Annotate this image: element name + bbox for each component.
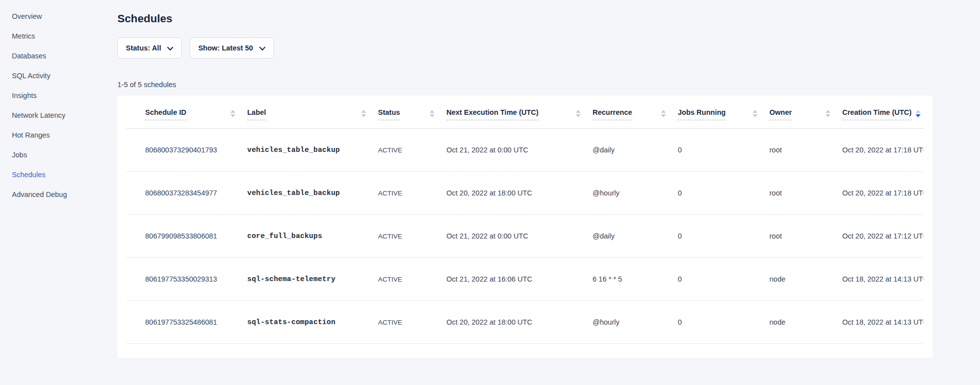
column-header-owner: Owner <box>769 96 842 129</box>
creation-time-cell: Oct 20, 2022 at 17:12 UTC <box>842 215 924 258</box>
sidebar-item-insights[interactable]: Insights <box>0 86 111 106</box>
sidebar-nav: OverviewMetricsDatabasesSQL ActivityInsi… <box>0 0 111 385</box>
results-count: 1-5 of 5 schedules <box>117 80 932 90</box>
sort-arrows-icon[interactable] <box>753 110 758 117</box>
jobs-running-cell: 0 <box>678 172 769 215</box>
schedule-id-cell: 806197753325486081 <box>126 301 247 344</box>
sidebar-item-sql-activity[interactable]: SQL Activity <box>0 66 111 86</box>
recurrence-cell: @daily <box>593 129 678 172</box>
sidebar-item-overview[interactable]: Overview <box>0 7 111 27</box>
app-root: OverviewMetricsDatabasesSQL ActivityInsi… <box>0 0 980 385</box>
label-cell: vehicles_table_backup <box>247 129 378 172</box>
show-filter-dropdown[interactable]: Show: Latest 50 <box>190 38 273 58</box>
status-cell: ACTIVE <box>378 301 446 344</box>
sidebar-item-network-latency[interactable]: Network Latency <box>0 106 111 126</box>
schedules-table: Schedule ID Label Status Next Execution … <box>126 96 924 344</box>
owner-cell: root <box>769 215 842 258</box>
recurrence-cell: @daily <box>593 215 678 258</box>
sort-arrows-icon[interactable] <box>576 110 581 117</box>
owner-cell: root <box>769 129 842 172</box>
label-cell: sql-schema-telemetry <box>247 258 378 301</box>
next-execution-cell: Oct 21, 2022 at 0:00 UTC <box>446 215 593 258</box>
column-header-label[interactable]: Status <box>378 108 400 120</box>
sidebar-item-databases[interactable]: Databases <box>0 47 111 66</box>
next-execution-cell: Oct 20, 2022 at 18:00 UTC <box>446 301 593 344</box>
status-cell: ACTIVE <box>378 258 446 301</box>
chevron-down-icon <box>167 45 173 52</box>
column-header-status: Status <box>378 96 446 129</box>
creation-time-cell: Oct 20, 2022 at 17:18 UTC <box>842 172 924 215</box>
schedules-table-panel: Schedule ID Label Status Next Execution … <box>117 96 932 358</box>
chevron-down-icon <box>259 45 266 52</box>
owner-cell: root <box>769 172 842 215</box>
jobs-running-cell: 0 <box>678 258 769 301</box>
sort-arrows-icon[interactable] <box>230 110 235 117</box>
status-filter-label: Status: All <box>126 44 161 52</box>
sort-arrows-icon[interactable] <box>361 110 366 117</box>
label-cell: core_full_backups <box>247 215 378 258</box>
sort-arrows-icon[interactable] <box>430 110 435 117</box>
column-header-creation-time: Creation Time (UTC) <box>842 96 924 129</box>
sidebar-item-jobs[interactable]: Jobs <box>0 145 111 165</box>
sidebar-item-metrics[interactable]: Metrics <box>0 27 111 47</box>
creation-time-cell: Oct 18, 2022 at 14:13 UTC <box>842 301 924 344</box>
creation-time-cell: Oct 20, 2022 at 17:18 UTC <box>842 129 924 172</box>
column-header-label[interactable]: Next Execution Time (UTC) <box>446 108 539 120</box>
next-execution-cell: Oct 20, 2022 at 18:00 UTC <box>446 172 593 215</box>
next-execution-cell: Oct 21, 2022 at 16:06 UTC <box>446 258 593 301</box>
table-row[interactable]: 806197753325486081 sql-stats-compaction … <box>126 301 924 344</box>
page-title: Schedules <box>117 12 932 25</box>
owner-cell: node <box>769 301 842 344</box>
column-header-label[interactable]: Jobs Running <box>678 108 726 120</box>
jobs-running-cell: 0 <box>678 301 769 344</box>
owner-cell: node <box>769 258 842 301</box>
sort-arrows-icon[interactable] <box>825 110 830 117</box>
recurrence-cell: @hourly <box>593 301 678 344</box>
table-row[interactable]: 806197753350029313 sql-schema-telemetry … <box>126 258 924 301</box>
schedule-id-cell: 806800373283454977 <box>126 172 247 215</box>
status-cell: ACTIVE <box>378 172 446 215</box>
table-row[interactable]: 806799098533806081 core_full_backups ACT… <box>126 215 924 258</box>
column-header-jobs-running: Jobs Running <box>678 96 769 129</box>
sidebar-item-advanced-debug[interactable]: Advanced Debug <box>0 185 111 205</box>
column-header-label[interactable]: Owner <box>769 108 792 120</box>
schedule-id-cell: 806799098533806081 <box>126 215 247 258</box>
next-execution-cell: Oct 21, 2022 at 0:00 UTC <box>446 129 593 172</box>
schedule-id-cell: 806800373290401793 <box>126 129 247 172</box>
table-row[interactable]: 806800373283454977 vehicles_table_backup… <box>126 172 924 215</box>
creation-time-cell: Oct 18, 2022 at 14:13 UTC <box>842 258 924 301</box>
column-header-next-execution: Next Execution Time (UTC) <box>446 96 593 129</box>
label-cell: vehicles_table_backup <box>247 172 378 215</box>
column-header-label[interactable]: Recurrence <box>593 108 632 120</box>
schedule-id-cell: 806197753350029313 <box>126 258 247 301</box>
main-content: Schedules Status: All Show: Latest 50 1-… <box>111 0 980 385</box>
sidebar-item-schedules[interactable]: Schedules <box>0 165 111 185</box>
sort-arrows-icon[interactable] <box>916 110 921 117</box>
table-row[interactable]: 806800373290401793 vehicles_table_backup… <box>126 129 924 172</box>
sidebar-item-hot-ranges[interactable]: Hot Ranges <box>0 126 111 145</box>
column-header-schedule-id: Schedule ID <box>126 96 247 129</box>
label-cell: sql-stats-compaction <box>247 301 378 344</box>
sort-arrows-icon[interactable] <box>661 110 666 117</box>
column-header-label: Label <box>247 96 378 129</box>
column-header-label[interactable]: Label <box>247 108 266 120</box>
status-cell: ACTIVE <box>378 129 446 172</box>
jobs-running-cell: 0 <box>678 129 769 172</box>
recurrence-cell: @hourly <box>593 172 678 215</box>
recurrence-cell: 6 16 * * 5 <box>593 258 678 301</box>
jobs-running-cell: 0 <box>678 215 769 258</box>
show-filter-label: Show: Latest 50 <box>198 44 253 52</box>
column-header-recurrence: Recurrence <box>593 96 678 129</box>
column-header-label[interactable]: Creation Time (UTC) <box>842 108 912 120</box>
status-cell: ACTIVE <box>378 215 446 258</box>
column-header-label[interactable]: Schedule ID <box>145 108 186 120</box>
status-filter-dropdown[interactable]: Status: All <box>117 38 182 58</box>
table-header-row: Schedule ID Label Status Next Execution … <box>126 96 924 129</box>
filter-bar: Status: All Show: Latest 50 <box>117 38 932 58</box>
